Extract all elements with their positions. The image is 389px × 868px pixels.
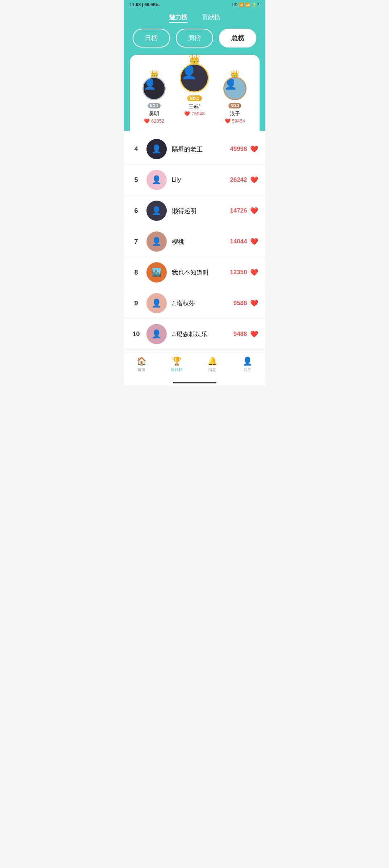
podium-container: 👑 👤 NO.2 吴明 ❤️ 62852 👑 👤 NO.1 三戒° [130, 55, 260, 131]
bottom-indicator [124, 380, 265, 386]
podium-third-avatar-wrapper: 👑 👤 [223, 77, 247, 100]
list-score: 9588 [233, 300, 247, 307]
list-user-name: 懒得起明 [172, 207, 230, 215]
home-icon: 🏠 [137, 357, 146, 366]
nav-home-label: 首页 [137, 367, 145, 373]
heart-icon: ❤️ [250, 330, 258, 338]
list-item[interactable]: 6 👤 懒得起明 14726 ❤️ [124, 196, 265, 226]
heart-icon-2: ❤️ [144, 118, 150, 124]
heart-icon-3: ❤️ [225, 118, 231, 124]
rank-badge-1: NO.1 [187, 95, 202, 101]
rank-number: 4 [131, 145, 141, 153]
heart-icon: ❤️ [250, 299, 258, 307]
list-item[interactable]: 10 👤 J.璎森栎娱乐 9488 ❤️ [124, 319, 265, 350]
profile-icon: 👤 [243, 357, 252, 366]
podium-first-avatar: 👤 [180, 63, 209, 92]
status-bar: 11:08 | 66.6K/s HD 📶 📶 🔋3 [124, 0, 265, 9]
trophy-icon: 🏆 [172, 357, 182, 366]
list-item[interactable]: 8 🏙️ 我也不知道叫 12350 ❤️ [124, 257, 265, 288]
heart-icon: ❤️ [250, 176, 258, 184]
rank-badge-3: NO.3 [228, 103, 241, 108]
list-item[interactable]: 9 👤 J.塔秋莎 9588 ❤️ [124, 288, 265, 319]
podium-first-name: 三戒° [189, 103, 201, 110]
list-avatar: 👤 [146, 231, 167, 252]
list-score: 9488 [233, 330, 247, 338]
filter-section: 日榜 周榜 总榜 [124, 29, 265, 55]
bottom-nav: 🏠 首页 🏆 排行榜 🔔 消息 👤 我的 [124, 353, 265, 380]
list-score: 12350 [230, 269, 247, 276]
rank-number: 6 [131, 207, 141, 215]
podium-second-avatar-wrapper: 👑 👤 [142, 77, 166, 100]
wifi-icon: 📶 [245, 3, 251, 7]
podium-first[interactable]: 👑 👤 NO.1 三戒° ❤️ 75948 [176, 63, 213, 116]
rank-number: 7 [131, 238, 141, 246]
list-user-name: Lily [172, 176, 230, 184]
list-score: 14726 [230, 207, 247, 214]
rank-number: 9 [131, 300, 141, 307]
rank-number: 10 [131, 330, 141, 338]
nav-home[interactable]: 🏠 首页 [124, 357, 160, 373]
signal-icon: 📶 [239, 3, 244, 7]
nav-profile[interactable]: 👤 我的 [230, 357, 265, 373]
list-user-name: 我也不知道叫 [172, 268, 230, 277]
list-avatar: 👤 [146, 293, 167, 313]
status-icons: HD 📶 📶 🔋3 [232, 3, 259, 7]
rank-number: 8 [131, 269, 141, 276]
podium-third-score: ❤️ 59454 [225, 118, 245, 124]
rank-badge-2: NO.2 [148, 103, 160, 108]
tab-contribution[interactable]: 贡献榜 [202, 13, 220, 23]
podium-first-score: ❤️ 75948 [184, 111, 204, 116]
filter-daily[interactable]: 日榜 [133, 29, 170, 48]
battery-icon: 🔋3 [252, 3, 259, 7]
filter-total[interactable]: 总榜 [219, 29, 256, 48]
nav-message-label: 消息 [208, 367, 216, 373]
list-item[interactable]: 5 👤 Lily 26242 ❤️ [124, 165, 265, 196]
podium-third-name: 浪子 [230, 111, 240, 117]
status-time: 11:08 | 66.6K/s [130, 2, 160, 7]
list-user-name: J.璎森栎娱乐 [172, 330, 233, 338]
rank-number: 5 [131, 176, 141, 184]
header-tabs: 魅力榜 贡献榜 [124, 9, 265, 29]
list-avatar: 🏙️ [146, 262, 167, 283]
list-score: 49998 [230, 145, 247, 153]
list-score: 26242 [230, 176, 247, 184]
podium-wrapper: 👑 👤 NO.2 吴明 ❤️ 62852 👑 👤 NO.1 三戒° [124, 55, 265, 131]
podium-second-name: 吴明 [149, 111, 159, 117]
podium-second-avatar: 👤 [142, 77, 166, 100]
hd-badge: HD [232, 3, 237, 7]
tab-charm[interactable]: 魅力榜 [169, 13, 187, 23]
heart-icon: ❤️ [250, 145, 258, 153]
list-user-name: 隔壁的老王 [172, 145, 230, 153]
nav-profile-label: 我的 [244, 367, 252, 373]
home-indicator [173, 382, 216, 383]
list-item[interactable]: 4 👤 隔壁的老王 49998 ❤️ [124, 134, 265, 165]
list-item[interactable]: 7 👤 樱桃 14044 ❤️ [124, 226, 265, 257]
list-user-name: 樱桃 [172, 238, 230, 246]
podium-third-avatar: 👤 [223, 77, 247, 100]
list-user-name: J.塔秋莎 [172, 299, 233, 308]
heart-icon: ❤️ [250, 207, 258, 215]
nav-ranking[interactable]: 🏆 排行榜 [159, 357, 195, 373]
filter-weekly[interactable]: 周榜 [176, 29, 213, 48]
list-avatar: 👤 [146, 324, 167, 344]
list-avatar: 👤 [146, 170, 167, 190]
podium-third[interactable]: 👑 👤 NO.3 浪子 ❤️ 59454 [216, 77, 253, 124]
list-avatar: 👤 [146, 201, 167, 221]
nav-ranking-label: 排行榜 [171, 367, 183, 373]
list-avatar: 👤 [146, 139, 167, 159]
podium-first-avatar-wrapper: 👑 👤 [180, 63, 209, 92]
heart-icon-1: ❤️ [184, 111, 190, 116]
podium-second[interactable]: 👑 👤 NO.2 吴明 ❤️ 62852 [136, 77, 173, 124]
heart-icon: ❤️ [250, 238, 258, 246]
bell-icon: 🔔 [207, 357, 217, 366]
heart-icon: ❤️ [250, 268, 258, 276]
list-score: 14044 [230, 238, 247, 245]
nav-message[interactable]: 🔔 消息 [195, 357, 230, 373]
rank-list: 4 👤 隔壁的老王 49998 ❤️ 5 👤 Lily 26242 ❤️ 6 👤… [124, 131, 265, 353]
podium-second-score: ❤️ 62852 [144, 118, 164, 124]
